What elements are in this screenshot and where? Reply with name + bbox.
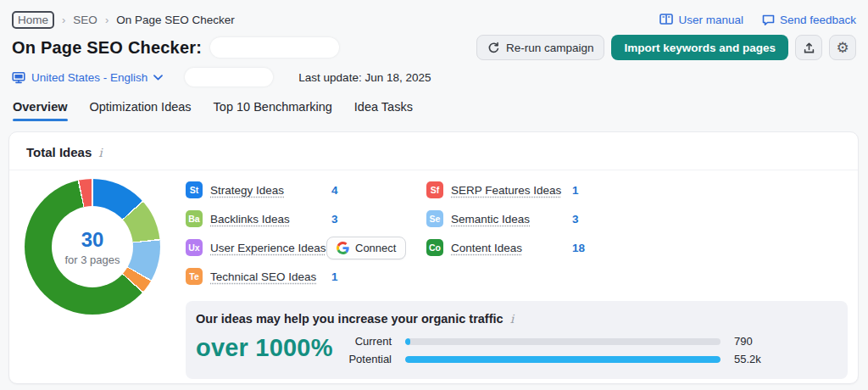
organic-traffic-panel: Our ideas may help you increase your org… xyxy=(186,301,848,379)
chevron-down-icon xyxy=(153,75,163,81)
idea-count-backlinks-ideas: 3 xyxy=(331,213,338,226)
book-icon xyxy=(659,14,673,25)
last-update-label: Last update: Jun 18, 2025 xyxy=(298,71,431,84)
idea-row-strategy-ideas: StStrategy Ideas4 xyxy=(186,176,426,204)
idea-badge-sf: Sf xyxy=(426,181,443,198)
idea-count-strategy-ideas: 4 xyxy=(331,184,338,197)
idea-badge-ux: Ux xyxy=(186,239,203,256)
idea-row-serp-features-ideas: SfSERP Features Ideas1 xyxy=(426,176,585,204)
idea-link-content-ideas[interactable]: Content Ideas xyxy=(451,242,522,254)
settings-button[interactable]: ⚙ xyxy=(829,35,856,60)
page-title: On Page SEO Checker: xyxy=(12,38,202,58)
card-title: Total Ideas xyxy=(26,145,92,159)
idea-count-technical-seo-ideas: 1 xyxy=(331,270,338,283)
idea-row-user-experience-ideas: UxUser Experience IdeasConnect xyxy=(186,233,426,262)
traffic-row-potential: Potential55.2k xyxy=(340,350,776,368)
idea-badge-te: Te xyxy=(186,268,203,285)
traffic-increase-highlight: over 1000% xyxy=(196,334,340,368)
info-icon[interactable]: i xyxy=(98,146,102,159)
idea-badge-co: Co xyxy=(426,239,443,256)
idea-row-technical-seo-ideas: TeTechnical SEO Ideas1 xyxy=(186,262,426,291)
breadcrumb-separator-icon: › xyxy=(105,14,108,26)
traffic-label-current: Current xyxy=(340,335,392,348)
traffic-value-current: 790 xyxy=(734,335,776,348)
traffic-bar-fill xyxy=(405,338,410,345)
locale-label: United States - English xyxy=(31,71,147,84)
idea-count-semantic-ideas: 3 xyxy=(572,213,579,226)
tab-overview[interactable]: Overview xyxy=(13,100,68,121)
traffic-panel-title: Our ideas may help you increase your org… xyxy=(196,312,504,326)
import-keywords-button[interactable]: Import keywords and pages xyxy=(611,35,788,60)
ideas-column-1: StStrategy Ideas4BaBacklinks Ideas3UxUse… xyxy=(186,176,426,291)
send-feedback-link[interactable]: Send feedback xyxy=(762,14,856,26)
upload-icon xyxy=(803,42,815,54)
info-icon[interactable]: i xyxy=(510,312,514,326)
breadcrumb-current-page: On Page SEO Checker xyxy=(116,14,235,26)
idea-count-serp-features-ideas: 1 xyxy=(572,184,579,197)
traffic-bar-track[interactable] xyxy=(405,338,721,345)
idea-count-content-ideas: 18 xyxy=(572,242,585,254)
user-manual-link[interactable]: User manual xyxy=(659,14,743,26)
breadcrumb-home[interactable]: Home xyxy=(12,11,54,29)
breadcrumb-seo[interactable]: SEO xyxy=(73,14,97,26)
page-header: Home › SEO › On Page SEO Checker User ma… xyxy=(0,0,868,86)
tab-bar: OverviewOptimization IdeasTop 10 Benchma… xyxy=(0,100,868,121)
ideas-list: StStrategy Ideas4BaBacklinks Ideas3UxUse… xyxy=(186,176,853,291)
rerun-campaign-label: Re-run campaign xyxy=(506,42,594,54)
total-ideas-count: 30 xyxy=(81,228,104,252)
tab-idea-tasks[interactable]: Idea Tasks xyxy=(354,100,413,121)
tab-optimization-ideas[interactable]: Optimization Ideas xyxy=(90,100,192,121)
traffic-label-potential: Potential xyxy=(340,353,392,365)
idea-badge-ba: Ba xyxy=(186,210,203,227)
idea-link-strategy-ideas[interactable]: Strategy Ideas xyxy=(210,184,284,197)
user-manual-label: User manual xyxy=(678,14,743,26)
traffic-bar-fill xyxy=(405,356,721,363)
idea-row-backlinks-ideas: BaBacklinks Ideas3 xyxy=(186,204,426,233)
idea-row-semantic-ideas: SeSemantic Ideas3 xyxy=(426,204,585,233)
monitor-icon xyxy=(12,71,25,84)
breadcrumb-separator-icon: › xyxy=(62,14,65,26)
traffic-value-potential: 55.2k xyxy=(734,353,776,365)
gear-icon: ⚙ xyxy=(836,41,849,55)
donut-center: 30 for 3 pages xyxy=(52,206,133,287)
import-keywords-label: Import keywords and pages xyxy=(624,42,776,54)
idea-link-semantic-ideas[interactable]: Semantic Ideas xyxy=(451,213,530,226)
redacted-campaign-name xyxy=(210,37,339,58)
connect-google-button[interactable]: Connect xyxy=(326,237,406,259)
toolbar: Re-run campaign Import keywords and page… xyxy=(476,35,856,60)
breadcrumb: Home › SEO › On Page SEO Checker xyxy=(12,11,235,29)
total-ideas-caption: for 3 pages xyxy=(64,254,120,266)
chat-bubble-icon xyxy=(762,14,775,25)
locale-selector[interactable]: United States - English xyxy=(12,71,163,84)
idea-row-content-ideas: CoContent Ideas18 xyxy=(426,233,585,262)
export-button[interactable] xyxy=(795,35,822,60)
connect-label: Connect xyxy=(355,242,396,254)
idea-link-user-experience-ideas[interactable]: User Experience Ideas xyxy=(210,242,326,254)
traffic-bar-track[interactable] xyxy=(405,356,721,363)
ideas-column-2: SfSERP Features Ideas1SeSemantic Ideas3C… xyxy=(426,176,585,291)
idea-link-backlinks-ideas[interactable]: Backlinks Ideas xyxy=(210,213,290,226)
total-ideas-card: Total Ideas i 30 for 3 pages StStrategy … xyxy=(8,131,859,384)
idea-badge-se: Se xyxy=(426,210,443,227)
redacted-domain xyxy=(185,68,273,86)
refresh-icon xyxy=(487,42,500,54)
traffic-row-current: Current790 xyxy=(340,332,776,350)
idea-link-serp-features-ideas[interactable]: SERP Features Ideas xyxy=(451,184,561,197)
google-icon xyxy=(337,242,349,254)
ideas-donut-chart: 30 for 3 pages xyxy=(25,179,160,315)
traffic-bars: Current790Potential55.2k xyxy=(340,332,836,368)
tab-top-10-benchmarking[interactable]: Top 10 Benchmarking xyxy=(214,100,332,121)
idea-link-technical-seo-ideas[interactable]: Technical SEO Ideas xyxy=(210,270,316,283)
send-feedback-label: Send feedback xyxy=(780,14,856,26)
idea-badge-st: St xyxy=(186,181,203,198)
rerun-campaign-button[interactable]: Re-run campaign xyxy=(476,35,605,60)
